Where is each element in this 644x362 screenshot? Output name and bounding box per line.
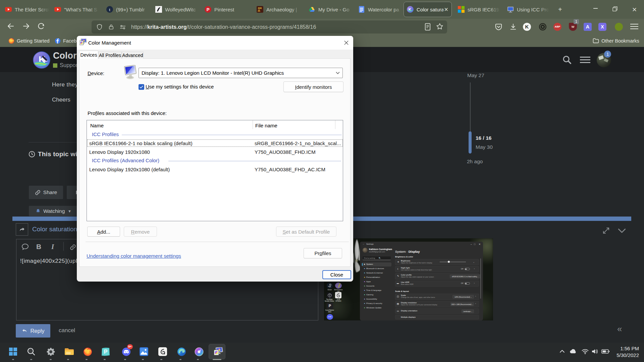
svg-text:t: t — [109, 7, 110, 12]
svg-text:P: P — [104, 349, 108, 355]
svg-text:⁂: ⁂ — [257, 9, 261, 12]
svg-text:P: P — [207, 7, 210, 12]
